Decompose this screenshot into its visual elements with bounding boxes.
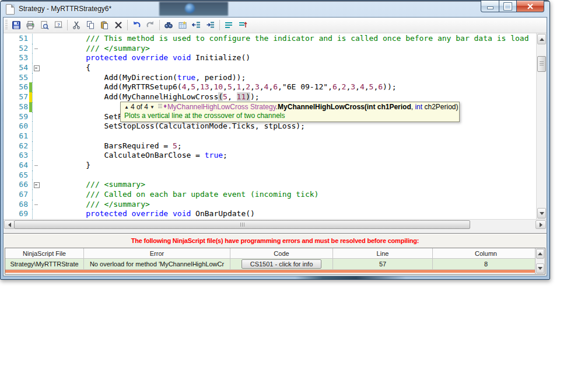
- column-header-error: Error: [84, 248, 230, 258]
- toolbar-separator: [159, 20, 160, 30]
- fold-margin: [32, 121, 40, 131]
- save-button[interactable]: [9, 19, 23, 32]
- fold-margin[interactable]: [32, 200, 40, 210]
- line-number: 56: [4, 82, 29, 92]
- minimize-button[interactable]: [481, 1, 499, 12]
- overload-previous-arrow[interactable]: ▲: [124, 105, 129, 110]
- fold-margin: [32, 112, 40, 122]
- code-line-68[interactable]: 68 /// </summary>: [4, 200, 537, 210]
- replace-button[interactable]: [176, 19, 190, 32]
- overload-next-arrow[interactable]: ▼: [150, 105, 155, 110]
- scroll-left-button[interactable]: [4, 220, 15, 229]
- arrow-down-icon: [538, 267, 542, 270]
- fold-margin: [32, 53, 40, 63]
- error-grid-header: NinjaScript FileErrorCodeLineColumn: [5, 248, 545, 259]
- code-line-62[interactable]: 62 BarsRequired = 5;: [4, 141, 537, 151]
- horizontal-scroll-thumb[interactable]: [14, 220, 470, 229]
- fold-margin[interactable]: [32, 63, 40, 73]
- grid-scroll-up-button[interactable]: [536, 249, 544, 259]
- toolbar-grip: [5, 20, 8, 30]
- line-number: 52: [4, 44, 29, 54]
- fold-margin[interactable]: [32, 161, 40, 171]
- fold-collapse-icon[interactable]: [34, 182, 40, 188]
- scroll-down-button[interactable]: [537, 208, 546, 218]
- fold-margin: [32, 82, 40, 92]
- paste-button[interactable]: [97, 19, 111, 32]
- error-cell-code: CS1501 - click for info: [230, 259, 333, 270]
- code-line-64[interactable]: 64 }: [4, 161, 537, 171]
- code-line-65[interactable]: 65: [4, 171, 537, 180]
- redo-button[interactable]: [144, 19, 158, 32]
- print-preview-button[interactable]: [37, 19, 51, 32]
- scroll-up-button[interactable]: [537, 34, 546, 44]
- uncomment-button[interactable]: [236, 19, 250, 32]
- page-setup-button[interactable]: ?: [51, 19, 65, 32]
- arrow-right-icon: [540, 223, 542, 227]
- titlebar[interactable]: Strategy - MyRTTRStrategy6*: [1, 1, 550, 17]
- code-lines[interactable]: 51 /// This method is used to configure …: [4, 34, 537, 219]
- code-text: Add(MyRTTRSetup6(4,5,13,10,5,1,2,3,4,6,"…: [40, 82, 537, 92]
- line-number: 63: [4, 151, 29, 161]
- code-text: CalculateOnBarClose = true;: [40, 151, 537, 161]
- vertical-scroll-thumb[interactable]: [537, 56, 546, 72]
- arrow-up-icon: [540, 38, 544, 41]
- intellisense-tooltip: ▲4 of 4▼♦MyChannelHighLowCross Strategy.…: [120, 102, 460, 122]
- copy-button[interactable]: [83, 19, 97, 32]
- code-line-56[interactable]: 56 Add(MyRTTRSetup6(4,5,13,10,5,1,2,3,4,…: [4, 82, 537, 92]
- code-line-63[interactable]: 63 CalculateOnBarClose = true;: [4, 151, 537, 161]
- fold-margin: [32, 102, 40, 112]
- code-line-61[interactable]: 61: [4, 131, 537, 141]
- undo-button[interactable]: [130, 19, 144, 32]
- editor-horizontal-scrollbar[interactable]: [4, 219, 547, 230]
- editor-vertical-scrollbar[interactable]: [536, 33, 547, 219]
- code-text: BarsRequired = 5;: [40, 141, 537, 151]
- error-cell-file: Strategy\MyRTTRStrate: [5, 259, 84, 270]
- code-text: }: [40, 161, 537, 171]
- line-number: 64: [4, 161, 29, 171]
- code-line-69[interactable]: 69 protected override void OnBarUpdate(): [4, 209, 537, 219]
- code-line-51[interactable]: 51 /// This method is used to configure …: [4, 34, 537, 44]
- indent-button[interactable]: [204, 19, 218, 32]
- comment-button[interactable]: [222, 19, 236, 32]
- cut-button[interactable]: [69, 19, 83, 32]
- fold-end-mark: [34, 204, 38, 205]
- error-grid-row[interactable]: Strategy\MyRTTRStrateNo overload for met…: [5, 259, 545, 270]
- code-line-53[interactable]: 53 protected override void Initialize(): [4, 53, 537, 63]
- code-line-60[interactable]: 60 SetStopLoss(CalculationMode.Ticks, st…: [4, 121, 537, 131]
- line-number: 61: [4, 131, 29, 141]
- code-text: SetStopLoss(CalculationMode.Ticks, stpLo…: [40, 121, 537, 131]
- error-code-button[interactable]: CS1501 - click for info: [242, 259, 322, 269]
- line-number: 69: [4, 209, 29, 219]
- code-line-55[interactable]: 55 Add(MyDirection(true, period));: [4, 73, 537, 83]
- code-line-54[interactable]: 54 {: [4, 63, 537, 73]
- code-editor[interactable]: 51 /// This method is used to configure …: [4, 33, 547, 219]
- error-message: The following NinjaScript file(s) have p…: [4, 237, 547, 244]
- maximize-button[interactable]: [499, 1, 516, 12]
- minimize-icon: [487, 6, 494, 9]
- code-line-52[interactable]: 52 /// </summary>: [4, 44, 537, 54]
- code-text: {: [40, 63, 537, 73]
- grid-vertical-scrollbar[interactable]: [535, 248, 545, 274]
- delete-button[interactable]: [111, 19, 125, 32]
- arrow-down-icon: [540, 212, 544, 215]
- error-cell-error: No overload for method 'MyChannelHighLow…: [84, 259, 230, 270]
- code-line-67[interactable]: 67 /// Called on each bar update event (…: [4, 190, 537, 200]
- fold-margin[interactable]: [32, 44, 40, 54]
- toolbar-separator: [67, 20, 68, 30]
- fold-collapse-icon[interactable]: [34, 65, 40, 71]
- close-button[interactable]: [516, 1, 544, 12]
- column-header-column: Column: [433, 248, 540, 258]
- print-button[interactable]: [23, 19, 37, 32]
- code-line-66[interactable]: 66 /// <summary>: [4, 180, 537, 190]
- close-icon: [527, 4, 534, 9]
- code-line-57[interactable]: 57 Add(MyChannelHighLowCross(5, 11));: [4, 92, 537, 102]
- grid-scroll-down-button[interactable]: [536, 263, 544, 273]
- line-number: 68: [4, 200, 29, 210]
- outdent-button[interactable]: [190, 19, 204, 32]
- code-text: /// Called on each bar update event (inc…: [40, 190, 537, 200]
- scroll-right-button[interactable]: [536, 220, 546, 229]
- find-button[interactable]: [162, 19, 176, 32]
- fold-margin[interactable]: [32, 180, 40, 190]
- desktop: Strategy - MyRTTRStrategy6* ? 51 /// Thi…: [0, 0, 588, 368]
- column-header-ninjascript-file: NinjaScript File: [5, 248, 84, 258]
